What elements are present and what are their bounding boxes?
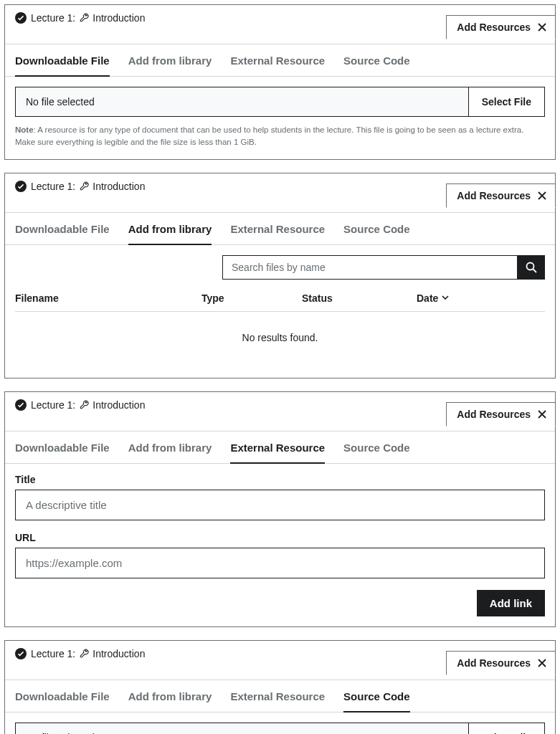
- column-filename[interactable]: Filename: [15, 292, 201, 304]
- tabs-container: Downloadable File Add from library Exter…: [5, 680, 555, 712]
- chevron-down-icon: [441, 292, 450, 304]
- close-icon[interactable]: [536, 409, 548, 420]
- note-text: Note: A resource is for any type of docu…: [15, 124, 545, 149]
- tab-add-from-library[interactable]: Add from library: [128, 213, 212, 245]
- search-input[interactable]: [222, 255, 518, 280]
- panel-body: No file selected Select File Note: Only …: [5, 712, 555, 735]
- wrench-icon: [80, 13, 90, 23]
- panel-body: Filename Type Status Date No results fou…: [5, 245, 555, 378]
- lecture-title: Introduction: [92, 12, 145, 24]
- add-resources-label: Add Resources: [457, 409, 531, 420]
- tab-external-resource[interactable]: External Resource: [230, 44, 325, 76]
- tab-downloadable-file[interactable]: Downloadable File: [15, 44, 110, 77]
- panel-header: Lecture 1: Introduction Add Resources: [5, 392, 555, 414]
- tabs: Downloadable File Add from library Exter…: [5, 432, 555, 464]
- file-select-row: No file selected Select File: [15, 87, 545, 117]
- lecture-label: Lecture 1:: [31, 399, 75, 411]
- tab-add-from-library[interactable]: Add from library: [128, 432, 212, 463]
- tabs: Downloadable File Add from library Exter…: [5, 680, 555, 712]
- column-date[interactable]: Date: [417, 292, 545, 304]
- search-row: [15, 255, 545, 280]
- svg-line-3: [533, 269, 537, 272]
- tab-downloadable-file[interactable]: Downloadable File: [15, 432, 110, 463]
- svg-point-2: [527, 262, 534, 270]
- search-icon: [525, 261, 538, 274]
- select-file-button[interactable]: Select File: [469, 723, 544, 735]
- lecture-title: Introduction: [92, 648, 145, 659]
- title-input[interactable]: [15, 490, 545, 520]
- check-circle-icon: [15, 399, 27, 411]
- tab-downloadable-file[interactable]: Downloadable File: [15, 213, 110, 244]
- note-prefix: Note: [15, 125, 34, 134]
- column-date-label: Date: [417, 292, 438, 304]
- close-icon[interactable]: [536, 22, 548, 33]
- url-label: URL: [15, 532, 545, 543]
- search-button[interactable]: [518, 255, 545, 280]
- lecture-panel-source: Lecture 1: Introduction Add Resources Do…: [4, 640, 556, 735]
- add-resources-label: Add Resources: [457, 22, 531, 33]
- tab-external-resource[interactable]: External Resource: [230, 213, 325, 244]
- lecture-title: Introduction: [92, 181, 145, 192]
- add-resources-tab: Add Resources: [446, 184, 556, 208]
- tab-downloadable-file[interactable]: Downloadable File: [15, 680, 110, 712]
- table-header: Filename Type Status Date: [15, 292, 545, 312]
- tab-add-from-library[interactable]: Add from library: [128, 44, 212, 76]
- button-row: Add link: [15, 590, 545, 616]
- file-select-row: No file selected Select File: [15, 723, 545, 735]
- tabs-container: Downloadable File Add from library Exter…: [5, 431, 555, 464]
- tabs: Downloadable File Add from library Exter…: [5, 213, 555, 245]
- title-label: Title: [15, 474, 545, 485]
- check-circle-icon: [15, 181, 27, 192]
- wrench-icon: [80, 181, 90, 191]
- panel-header: Lecture 1: Introduction Add Resources: [5, 173, 555, 195]
- tab-external-resource[interactable]: External Resource: [230, 680, 325, 712]
- tabs: Downloadable File Add from library Exter…: [5, 44, 555, 77]
- add-resources-tab: Add Resources: [446, 402, 556, 426]
- search-box: [222, 255, 545, 280]
- tab-source-code[interactable]: Source Code: [343, 432, 410, 463]
- add-resources-tab: Add Resources: [446, 15, 556, 39]
- url-input[interactable]: [15, 548, 545, 578]
- close-icon[interactable]: [536, 657, 548, 669]
- tab-add-from-library[interactable]: Add from library: [128, 680, 212, 712]
- tab-source-code[interactable]: Source Code: [343, 213, 410, 244]
- file-select-status: No file selected: [16, 723, 469, 735]
- lecture-label: Lecture 1:: [31, 181, 75, 192]
- no-results-message: No results found.: [15, 312, 545, 368]
- note-body: : A resource is for any type of document…: [15, 125, 523, 146]
- lecture-panel-downloadable: Lecture 1: Introduction Add Resources Do…: [4, 4, 556, 160]
- close-icon[interactable]: [536, 190, 548, 201]
- tab-source-code[interactable]: Source Code: [343, 680, 410, 712]
- check-circle-icon: [15, 12, 27, 24]
- column-type[interactable]: Type: [201, 292, 302, 304]
- add-link-button[interactable]: Add link: [477, 590, 545, 616]
- panel-header: Lecture 1: Introduction Add Resources: [5, 641, 555, 662]
- panel-body: Title URL Add link: [5, 464, 555, 626]
- panel-body: No file selected Select File Note: A res…: [5, 77, 555, 159]
- add-resources-label: Add Resources: [457, 657, 531, 669]
- panel-header: Lecture 1: Introduction Add Resources: [5, 5, 555, 27]
- tabs-container: Downloadable File Add from library Exter…: [5, 44, 555, 77]
- file-select-status: No file selected: [16, 87, 469, 116]
- add-resources-tab: Add Resources: [446, 651, 556, 675]
- lecture-label: Lecture 1:: [31, 12, 75, 24]
- lecture-panel-library: Lecture 1: Introduction Add Resources Do…: [4, 173, 556, 378]
- lecture-label: Lecture 1:: [31, 648, 75, 659]
- tabs-container: Downloadable File Add from library Exter…: [5, 212, 555, 245]
- check-circle-icon: [15, 648, 27, 659]
- wrench-icon: [80, 400, 90, 410]
- add-resources-label: Add Resources: [457, 190, 531, 201]
- select-file-button[interactable]: Select File: [469, 87, 544, 116]
- tab-external-resource[interactable]: External Resource: [230, 432, 325, 464]
- wrench-icon: [80, 649, 90, 659]
- lecture-panel-external: Lecture 1: Introduction Add Resources Do…: [4, 391, 556, 627]
- column-status[interactable]: Status: [302, 292, 417, 304]
- tab-source-code[interactable]: Source Code: [343, 44, 410, 76]
- lecture-title: Introduction: [92, 399, 145, 411]
